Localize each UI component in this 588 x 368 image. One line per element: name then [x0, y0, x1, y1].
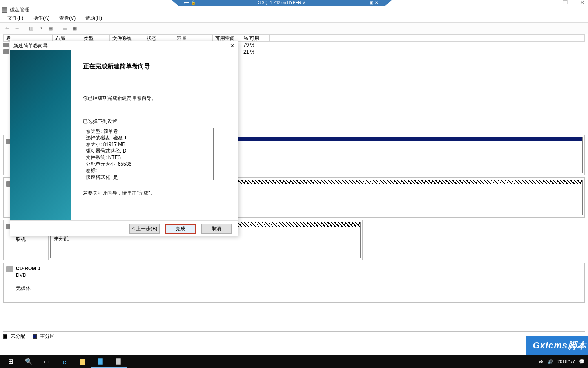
- wizard-titlebar[interactable]: 新建简单卷向导 ✕: [10, 41, 238, 50]
- disk-2-status: 联机: [16, 236, 26, 242]
- setting-line: 卷类型: 简单卷: [86, 128, 211, 135]
- volume-2-state: 未分配: [54, 236, 357, 242]
- vm-title-center: ⟵ 🔒 3.SQL1-242 on HYPER-V —▣✕: [172, 0, 392, 6]
- tray-volume-icon[interactable]: 🔊: [548, 359, 553, 364]
- tb-tool1-icon: ☰: [60, 24, 69, 33]
- new-simple-volume-wizard: 新建简单卷向导 ✕ 正在完成新建简单卷向导 你已经成功完成新建简单卷向导。 已选…: [10, 41, 238, 236]
- host-close-icon[interactable]: ✕: [578, 0, 586, 6]
- task-view-icon[interactable]: ▭: [38, 355, 56, 368]
- th-capacity[interactable]: 容量: [174, 35, 213, 41]
- tb-view1-icon[interactable]: ▥: [27, 24, 36, 33]
- tray-date[interactable]: 2018/1/7: [557, 359, 575, 364]
- toolbar-separator-2: [58, 25, 58, 32]
- search-icon[interactable]: 🔍: [20, 355, 38, 368]
- wizard-done-message: 你已经成功完成新建简单卷向导。: [83, 95, 230, 102]
- system-tray: 🖧 🔊 2018/1/7 💬: [539, 359, 585, 364]
- th-filesystem[interactable]: 文件系统: [110, 35, 144, 41]
- cancel-button[interactable]: 取消: [201, 224, 232, 234]
- host-min-icon[interactable]: —: [544, 0, 552, 6]
- wizard-button-row: < 上一步(B) 完成 取消: [10, 220, 238, 237]
- close-icon[interactable]: ✕: [230, 43, 235, 49]
- vm-outer-titlebar: ⟵ 🔒 3.SQL1-242 on HYPER-V —▣✕ — ☐ ✕: [0, 0, 588, 6]
- wizard-settings-list[interactable]: 卷类型: 简单卷 选择的磁盘: 磁盘 1 卷大小: 81917 MB 驱动器号或…: [83, 128, 214, 180]
- th-layout[interactable]: 布局: [53, 35, 81, 41]
- wizard-close-hint: 若要关闭此向导，请单击"完成"。: [83, 190, 230, 197]
- cdrom-type: DVD: [16, 272, 26, 278]
- back-button[interactable]: < 上一步(B): [129, 224, 160, 234]
- th-free[interactable]: 可用空间: [213, 35, 241, 41]
- tray-notifications-icon[interactable]: 💬: [579, 359, 585, 364]
- setting-line: 卷大小: 81917 MB: [86, 141, 211, 148]
- cdrom-icon: [6, 266, 13, 272]
- taskbar-app-1[interactable]: ▇: [91, 355, 109, 368]
- vm-max-icon[interactable]: ▣: [370, 0, 375, 5]
- legend-primary: 主分区: [40, 333, 55, 340]
- menu-action[interactable]: 操作(A): [28, 14, 54, 22]
- tb-tool2-icon[interactable]: ▦: [70, 24, 79, 33]
- vm-close-icon[interactable]: ✕: [375, 0, 380, 5]
- cdrom-name: CD-ROM 0: [16, 266, 40, 272]
- tray-network-icon[interactable]: 🖧: [539, 359, 543, 364]
- host-max-icon[interactable]: ☐: [561, 0, 569, 6]
- start-button[interactable]: ⊞: [2, 355, 20, 368]
- setting-line: 快速格式化: 是: [86, 174, 211, 180]
- watermark: Gxlcms脚本: [526, 336, 588, 355]
- setting-line: 选择的磁盘: 磁盘 1: [86, 135, 211, 141]
- vm-min-icon[interactable]: —: [364, 0, 370, 5]
- wizard-heading: 正在完成新建简单卷向导: [83, 63, 230, 70]
- app-titlebar: 磁盘管理: [0, 6, 588, 14]
- wizard-side-graphic: [10, 50, 71, 220]
- setting-line: 驱动器号或路径: D:: [86, 148, 211, 154]
- disk-mgmt-icon: [2, 7, 7, 13]
- cell-percent: 79 %: [241, 42, 257, 49]
- th-volume[interactable]: 卷: [4, 35, 53, 41]
- menubar: 文件(F) 操作(A) 查看(V) 帮助(H): [0, 14, 588, 23]
- th-status[interactable]: 状态: [144, 35, 174, 41]
- cell-percent: 21 %: [241, 49, 257, 56]
- finish-button[interactable]: 完成: [165, 224, 196, 234]
- taskbar: ⊞ 🔍 ▭ e ▇ ▇ ▇ 🖧 🔊 2018/1/7 💬: [0, 355, 588, 368]
- setting-line: 卷标:: [86, 167, 211, 174]
- th-percent[interactable]: % 可用: [241, 35, 270, 41]
- toolbar-separator: [24, 25, 24, 32]
- taskbar-app-2[interactable]: ▇: [109, 355, 127, 368]
- explorer-icon[interactable]: ▇: [74, 355, 91, 368]
- th-type[interactable]: 类型: [81, 35, 110, 41]
- drive-icon: [3, 49, 9, 54]
- cdrom-info: CD-ROM 0 DVD 无媒体: [4, 263, 584, 302]
- vm-title-text: 3.SQL1-242 on HYPER-V: [172, 0, 392, 6]
- setting-line: 文件系统: NTFS: [86, 154, 211, 161]
- drive-icon: [3, 43, 9, 47]
- host-window-controls: — ☐ ✕: [544, 0, 586, 6]
- setting-line: 分配单元大小: 65536: [86, 161, 211, 167]
- legend: 未分配 主分区: [3, 331, 585, 339]
- legend-swatch-unallocated: [3, 334, 7, 339]
- cdrom-status: 无媒体: [16, 285, 31, 291]
- legend-swatch-primary: [33, 334, 37, 339]
- tb-view2-icon[interactable]: ▤: [46, 24, 55, 33]
- tb-help-icon[interactable]: ?: [36, 24, 45, 33]
- wizard-main: 正在完成新建简单卷向导 你已经成功完成新建简单卷向导。 已选择下列设置: 卷类型…: [71, 50, 238, 220]
- toolbar: ⬅ ➡ ▥ ? ▤ ☰ ▦: [0, 23, 588, 34]
- app-title: 磁盘管理: [10, 7, 29, 13]
- ie-icon[interactable]: e: [56, 355, 74, 368]
- tb-forward-icon: ➡: [12, 24, 21, 33]
- menu-view[interactable]: 查看(V): [54, 14, 80, 22]
- vm-window-controls-inner[interactable]: —▣✕: [364, 0, 380, 6]
- legend-unallocated: 未分配: [11, 333, 25, 340]
- menu-file[interactable]: 文件(F): [2, 14, 28, 22]
- disk-row-cdrom: CD-ROM 0 DVD 无媒体: [3, 263, 585, 303]
- menu-help[interactable]: 帮助(H): [80, 14, 107, 22]
- tb-back-icon: ⬅: [2, 24, 11, 33]
- wizard-settings-label: 已选择下列设置:: [83, 118, 230, 125]
- wizard-title-text: 新建简单卷向导: [13, 43, 48, 49]
